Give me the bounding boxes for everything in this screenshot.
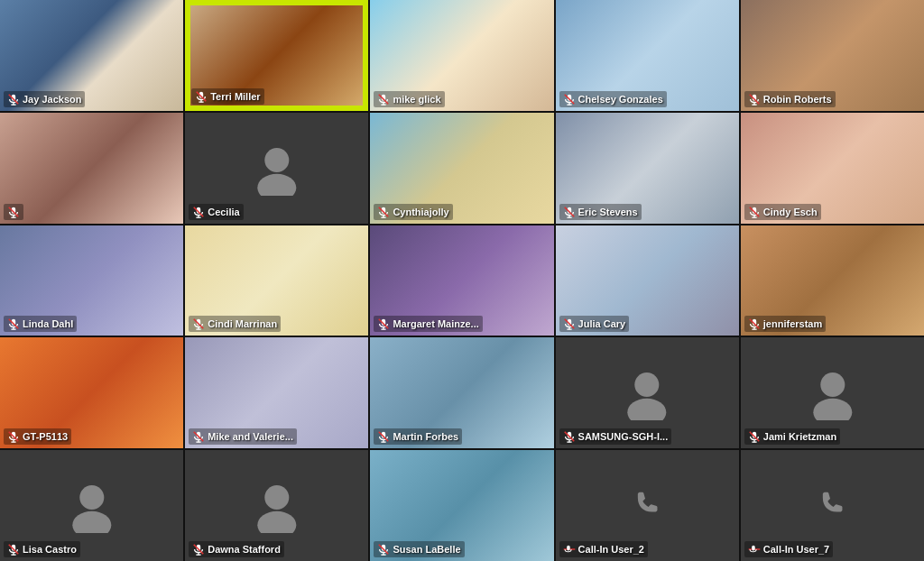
tile-label-gt-p5113: GT-P5113 [4, 428, 71, 445]
tile-label-row2-1 [4, 204, 23, 220]
tile-label-samsung-sgh: SAMSUNG-SGH-I... [559, 428, 672, 445]
mic-icon-chelsey-gonzales [563, 93, 576, 106]
participant-name-callin-user-7: Call-In User_7 [763, 544, 829, 555]
participant-name-dawna-stafford: Dawna Stafford [208, 544, 281, 555]
tile-label-jami-krietzman: Jami Krietzman [744, 428, 840, 445]
tile-label-dawna-stafford: Dawna Stafford [189, 541, 284, 557]
participant-name-susan-labelle: Susan LaBelle [393, 544, 460, 555]
video-tile-jay-jackson[interactable]: Jay Jackson [0, 0, 183, 111]
svg-rect-105 [752, 546, 755, 551]
mic-icon-terri-miller [195, 90, 208, 103]
video-tile-cindi-marrinan[interactable]: Cindi Marrinan [185, 225, 368, 336]
video-tile-callin-user-2[interactable]: Call-In User_2 [556, 450, 739, 561]
mic-icon-callin-user-7 [748, 543, 761, 556]
mic-icon-samsung-sgh [563, 430, 576, 443]
participant-name-cindy-esch: Cindy Esch [763, 207, 818, 217]
video-grid: Jay Jackson Terri Miller mike glick Chel… [0, 0, 924, 561]
mic-icon-robin-roberts [748, 93, 761, 106]
participant-name-samsung-sgh: SAMSUNG-SGH-I... [578, 431, 669, 442]
video-tile-row2-1[interactable] [0, 113, 183, 224]
mic-icon-jenniferstam [748, 317, 761, 330]
tile-label-susan-labelle: Susan LaBelle [374, 541, 464, 557]
mic-icon-dawna-stafford [192, 543, 205, 556]
mic-icon-mike-and-valerie [192, 430, 205, 443]
tile-label-linda-dahl: Linda Dahl [4, 316, 77, 332]
video-tile-robin-roberts[interactable]: Robin Roberts [741, 0, 924, 111]
tile-label-mike-glick: mike glick [374, 91, 444, 107]
svg-point-86 [79, 485, 104, 510]
participant-name-terri-miller: Terri Miller [210, 91, 260, 102]
video-tile-terri-miller[interactable]: Terri Miller [185, 0, 368, 111]
participant-name-cecilia: Cecilia [208, 207, 239, 217]
video-tile-dawna-stafford[interactable]: Dawna Stafford [185, 450, 368, 561]
participant-name-robin-roberts: Robin Roberts [763, 94, 832, 105]
video-tile-cecilia[interactable]: Cecilia [185, 113, 368, 224]
video-tile-martin-forbes[interactable]: Martin Forbes [370, 337, 553, 448]
video-tile-callin-user-7[interactable]: Call-In User_7 [741, 450, 924, 561]
participant-name-jami-krietzman: Jami Krietzman [763, 431, 836, 442]
participant-name-chelsey-gonzales: Chelsey Gonzales [578, 94, 663, 105]
tile-label-cindy-esch: Cindy Esch [744, 204, 821, 220]
video-tile-mike-and-valerie[interactable]: Mike and Valerie... [185, 337, 368, 448]
mic-icon-margaret-mainze [377, 317, 390, 330]
tile-label-jay-jackson: Jay Jackson [4, 91, 85, 107]
participant-name-julia-cary: Julia Cary [578, 318, 626, 329]
mic-icon-susan-labelle [377, 543, 390, 556]
participant-name-cindi-marrinan: Cindi Marrinan [208, 318, 277, 329]
tile-label-eric-stevens: Eric Stevens [559, 204, 642, 220]
svg-point-75 [628, 399, 667, 421]
video-tile-mike-glick[interactable]: mike glick [370, 0, 553, 111]
participant-name-martin-forbes: Martin Forbes [393, 431, 458, 442]
video-tile-susan-labelle[interactable]: Susan LaBelle [370, 450, 553, 561]
svg-point-87 [72, 511, 111, 534]
mic-icon-jay-jackson [7, 93, 20, 106]
participant-name-gt-p5113: GT-P5113 [23, 431, 68, 442]
video-tile-margaret-mainze[interactable]: Margaret Mainze... [370, 225, 553, 336]
participant-name-callin-user-2: Call-In User_2 [578, 544, 644, 555]
video-tile-cynthiajolly[interactable]: Cynthiajolly [370, 113, 553, 224]
tile-label-margaret-mainze: Margaret Mainze... [374, 316, 482, 332]
svg-point-74 [635, 372, 660, 397]
svg-rect-103 [567, 546, 570, 551]
tile-label-martin-forbes: Martin Forbes [374, 428, 462, 445]
tile-label-callin-user-2: Call-In User_2 [559, 541, 648, 557]
tile-label-terri-miller: Terri Miller [191, 88, 263, 105]
tile-label-cindi-marrinan: Cindi Marrinan [189, 316, 281, 332]
tile-label-mike-and-valerie: Mike and Valerie... [189, 428, 297, 445]
video-tile-jami-krietzman[interactable]: Jami Krietzman [741, 337, 924, 448]
mic-icon-jami-krietzman [748, 430, 761, 443]
participant-name-eric-stevens: Eric Stevens [578, 207, 638, 217]
tile-label-julia-cary: Julia Cary [559, 316, 630, 332]
video-tile-jenniferstam[interactable]: jenniferstam [741, 225, 924, 336]
tile-label-lisa-castro: Lisa Castro [4, 541, 80, 557]
mic-icon-gt-p5113 [7, 430, 20, 443]
svg-point-25 [257, 173, 296, 196]
tile-label-cecilia: Cecilia [189, 204, 243, 220]
mic-icon-cindy-esch [748, 206, 761, 218]
video-tile-linda-dahl[interactable]: Linda Dahl [0, 225, 183, 336]
mic-icon-cindi-marrinan [192, 317, 205, 330]
mic-icon-cynthiajolly [377, 206, 390, 218]
participant-name-jay-jackson: Jay Jackson [23, 94, 81, 105]
video-tile-chelsey-gonzales[interactable]: Chelsey Gonzales [556, 0, 739, 111]
svg-point-24 [264, 147, 289, 171]
participant-name-mike-glick: mike glick [393, 94, 440, 105]
tile-label-robin-roberts: Robin Roberts [744, 91, 836, 107]
tile-label-callin-user-7: Call-In User_7 [744, 541, 833, 557]
mic-icon-callin-user-2 [563, 543, 576, 556]
mic-icon-martin-forbes [377, 430, 390, 443]
mic-icon-mike-glick [377, 93, 390, 106]
video-tile-cindy-esch[interactable]: Cindy Esch [741, 113, 924, 224]
video-tile-julia-cary[interactable]: Julia Cary [556, 225, 739, 336]
mic-icon-cecilia [192, 206, 205, 218]
participant-name-mike-and-valerie: Mike and Valerie... [208, 431, 293, 442]
svg-point-81 [813, 399, 852, 421]
tile-label-chelsey-gonzales: Chelsey Gonzales [559, 91, 667, 107]
video-tile-eric-stevens[interactable]: Eric Stevens [556, 113, 739, 224]
video-tile-gt-p5113[interactable]: GT-P5113 [0, 337, 183, 448]
video-tile-samsung-sgh[interactable]: SAMSUNG-SGH-I... [556, 337, 739, 448]
participant-name-lisa-castro: Lisa Castro [23, 544, 77, 555]
video-tile-lisa-castro[interactable]: Lisa Castro [0, 450, 183, 561]
participant-name-margaret-mainze: Margaret Mainze... [393, 318, 478, 329]
svg-point-92 [264, 485, 289, 510]
